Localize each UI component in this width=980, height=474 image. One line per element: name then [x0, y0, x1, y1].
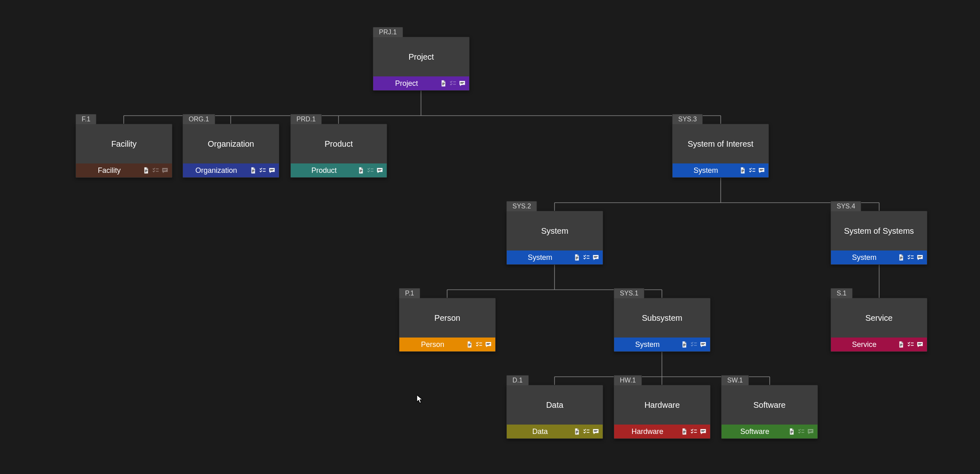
node-action-icons[interactable] — [466, 341, 492, 348]
node-action-icons[interactable] — [573, 254, 599, 261]
document-icon[interactable] — [681, 341, 688, 348]
node-organization[interactable]: ORG.1 Organization Organization — [183, 124, 279, 178]
node-data[interactable]: D.1 Data Data — [506, 385, 603, 439]
checklist-icon[interactable] — [907, 254, 914, 261]
document-icon[interactable] — [681, 428, 688, 435]
svg-rect-76 — [594, 431, 597, 432]
node-action-icons[interactable] — [739, 167, 765, 174]
document-icon[interactable] — [440, 80, 447, 87]
checklist-icon[interactable] — [583, 254, 590, 261]
notes-icon[interactable] — [916, 254, 924, 261]
document-icon[interactable] — [739, 167, 746, 174]
diagram-canvas[interactable]: { "nodes":{ "prj1":{"id":"PRJ.1","title"… — [0, 0, 980, 474]
checklist-icon[interactable] — [152, 167, 159, 174]
node-footer: System — [673, 163, 768, 177]
document-icon[interactable] — [898, 341, 905, 348]
notes-icon[interactable] — [161, 167, 169, 174]
node-action-icons[interactable] — [440, 80, 466, 87]
node-product[interactable]: PRD.1 Product Product — [290, 124, 387, 178]
node-action-icons[interactable] — [681, 428, 707, 435]
node-software[interactable]: SW.1 Software Software — [721, 385, 818, 439]
checklist-icon[interactable] — [907, 341, 914, 348]
svg-rect-43 — [900, 258, 902, 258]
node-type-label: Service — [831, 340, 898, 349]
checklist-icon[interactable] — [690, 428, 697, 435]
notes-icon[interactable] — [758, 167, 765, 174]
node-action-icons[interactable] — [681, 341, 707, 348]
node-action-icons[interactable] — [898, 341, 924, 348]
node-id-tab: ORG.1 — [183, 114, 215, 124]
node-footer: Hardware — [614, 425, 710, 438]
svg-rect-90 — [809, 431, 812, 432]
svg-rect-63 — [900, 344, 902, 344]
node-footer: Project — [373, 76, 469, 90]
node-system-of-systems[interactable]: SYS.4 System of Systems System — [831, 211, 927, 265]
node-action-icons[interactable] — [788, 428, 814, 435]
notes-icon[interactable] — [916, 341, 924, 348]
checklist-icon[interactable] — [449, 80, 457, 87]
node-id-tab: SYS.2 — [506, 201, 537, 211]
node-footer: Data — [507, 425, 603, 438]
document-icon[interactable] — [573, 254, 581, 261]
svg-rect-49 — [468, 344, 471, 344]
document-icon[interactable] — [466, 341, 473, 348]
notes-icon[interactable] — [268, 167, 276, 174]
node-subsystem[interactable]: SYS.1 Subsystem System — [614, 298, 710, 352]
document-icon[interactable] — [788, 428, 795, 435]
node-action-icons[interactable] — [357, 167, 383, 174]
notes-icon[interactable] — [459, 80, 466, 87]
checklist-icon[interactable] — [259, 167, 266, 174]
svg-rect-37 — [576, 259, 577, 259]
notes-icon[interactable] — [376, 167, 383, 174]
notes-icon[interactable] — [592, 254, 599, 261]
node-person[interactable]: P.1 Person Person — [399, 298, 496, 352]
node-title: Organization — [183, 124, 279, 163]
node-type-label: System — [507, 253, 573, 262]
node-facility[interactable]: F.1 Facility Facility — [76, 124, 172, 178]
checklist-icon[interactable] — [583, 428, 590, 435]
document-icon[interactable] — [573, 428, 581, 435]
checklist-icon[interactable] — [690, 341, 697, 348]
svg-rect-13 — [163, 170, 166, 170]
svg-rect-82 — [702, 430, 705, 431]
checklist-icon[interactable] — [797, 428, 805, 435]
node-id-tab: PRD.1 — [290, 114, 322, 124]
node-action-icons[interactable] — [143, 167, 169, 174]
notes-icon[interactable] — [699, 341, 707, 348]
notes-icon[interactable] — [699, 428, 707, 435]
node-type-label: Person — [399, 340, 466, 349]
notes-icon[interactable] — [485, 341, 492, 348]
node-type-label: Organization — [183, 166, 249, 175]
notes-icon[interactable] — [592, 428, 599, 435]
svg-rect-61 — [702, 343, 705, 344]
notes-icon[interactable] — [807, 428, 814, 435]
document-icon[interactable] — [249, 167, 257, 174]
checklist-icon[interactable] — [367, 167, 374, 174]
svg-rect-58 — [683, 346, 685, 346]
checklist-icon[interactable] — [475, 341, 483, 348]
node-id-tab: PRJ.1 — [373, 27, 403, 37]
node-footer: Organization — [183, 163, 279, 177]
document-icon[interactable] — [143, 167, 150, 174]
node-action-icons[interactable] — [898, 254, 924, 261]
svg-rect-29 — [742, 171, 744, 171]
checklist-icon[interactable] — [748, 167, 756, 174]
node-id-tab: SYS.4 — [831, 201, 861, 211]
document-icon[interactable] — [898, 254, 905, 261]
node-project[interactable]: PRJ.1 Project Project — [373, 37, 470, 91]
node-title: Software — [722, 385, 817, 425]
node-type-label: Product — [291, 166, 357, 175]
node-system-of-interest[interactable]: SYS.3 System of Interest System — [672, 124, 769, 178]
document-icon[interactable] — [357, 167, 365, 174]
node-hardware[interactable]: HW.1 Hardware Hardware — [614, 385, 710, 439]
svg-rect-70 — [576, 431, 578, 432]
node-system[interactable]: SYS.2 System System — [506, 211, 603, 265]
node-footer: Person — [399, 338, 495, 351]
svg-rect-84 — [791, 431, 793, 432]
node-action-icons[interactable] — [573, 428, 599, 435]
node-id-tab: SYS.3 — [672, 114, 703, 124]
svg-rect-7 — [145, 170, 147, 170]
node-service[interactable]: S.1 Service Service — [831, 298, 927, 352]
node-action-icons[interactable] — [249, 167, 276, 174]
svg-rect-26 — [378, 169, 382, 170]
